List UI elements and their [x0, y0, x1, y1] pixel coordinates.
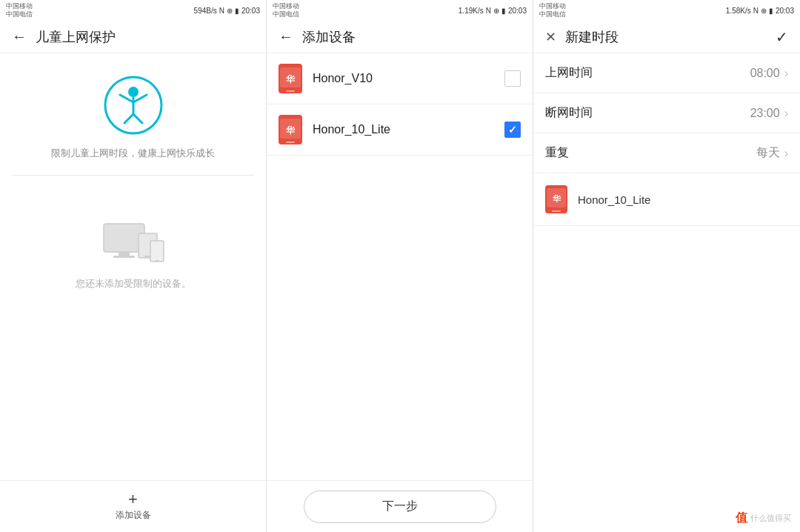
settings-list: 上网时间 08:00 › 断网时间 23:00 › 重复 每天 ›	[533, 53, 800, 226]
selected-device-entry: 华 Honor_10_Lite	[533, 173, 800, 226]
svg-rect-11	[286, 90, 295, 92]
status-icons-3: 1.58K/s N ⊕ ▮ 20:03	[726, 7, 794, 15]
svg-text:华: 华	[285, 125, 296, 136]
setting-label-online: 上网时间	[545, 65, 750, 81]
carrier-info-3: 中国移动 中国电信	[539, 2, 566, 19]
page-title-3: 新建时段	[565, 28, 776, 46]
arrow-icon-repeat: ›	[784, 147, 788, 160]
checkbox-device-1[interactable]	[504, 70, 521, 87]
watermark: 值 什么值得买	[736, 511, 791, 526]
setting-offline-time[interactable]: 断网时间 23:00 ›	[533, 93, 800, 133]
svg-rect-8	[155, 260, 159, 262]
setting-repeat[interactable]: 重复 每天 ›	[533, 133, 800, 173]
battery-icon-3: ▮	[769, 7, 773, 15]
nfc-icon-1: N	[219, 7, 224, 15]
carrier-info-1: 中国移动 中国电信	[6, 2, 33, 19]
bottom-bar-1: + 添加设备	[0, 480, 266, 532]
carrier-info-2: 中国移动 中国电信	[273, 2, 299, 19]
svg-rect-15	[286, 142, 295, 143]
add-device-label: 添加设备	[116, 509, 151, 522]
panel3-content: 上网时间 08:00 › 断网时间 23:00 › 重复 每天 ›	[533, 53, 800, 532]
svg-text:华: 华	[552, 194, 561, 203]
panel1-content: 限制儿童上网时段，健康上网快乐成长 您还未添加受限制的设备。	[0, 53, 266, 480]
speed-icon-1: 594B/s	[194, 7, 217, 15]
setting-value-repeat: 每天	[756, 145, 780, 161]
svg-point-1	[128, 87, 139, 97]
speed-icon-3: 1.58K/s	[726, 7, 751, 15]
svg-rect-3	[119, 252, 130, 256]
setting-value-online: 08:00	[750, 67, 780, 80]
bluetooth-icon-1: ⊕	[227, 7, 233, 15]
status-bar-1: 中国移动 中国电信 594B/s N ⊕ ▮ 20:03	[0, 0, 266, 21]
status-icons-2: 1.19K/s N ⊕ ▮ 20:03	[459, 7, 527, 15]
setting-label-offline: 断网时间	[545, 105, 750, 121]
child-protection-icon	[104, 76, 163, 135]
bottom-bar-2: 下一步	[267, 480, 533, 532]
time-3: 20:03	[776, 7, 794, 15]
setting-label-repeat: 重复	[545, 145, 756, 161]
svg-text:华: 华	[285, 74, 296, 84]
status-icons-1: 594B/s N ⊕ ▮ 20:03	[194, 7, 260, 15]
empty-state: 您还未添加受限制的设备。	[0, 176, 266, 305]
next-button[interactable]: 下一步	[304, 491, 496, 523]
checkbox-device-2[interactable]	[504, 122, 521, 138]
panel2-content: 华 Honor_V10 华 Honor_10_Lite	[267, 53, 533, 480]
speed-icon-2: 1.19K/s	[459, 7, 484, 15]
bluetooth-icon-3: ⊕	[761, 7, 767, 15]
svg-rect-7	[150, 241, 164, 262]
bluetooth-icon-2: ⊕	[493, 7, 499, 15]
panel-new-period: 中国移动 中国电信 1.58K/s N ⊕ ▮ 20:03 ✕ 新建时段 ✓ 上…	[533, 0, 800, 532]
device-phone-icon-2: 华	[279, 115, 302, 144]
svg-rect-19	[552, 210, 561, 212]
panel-add-device: 中国移动 中国电信 1.19K/s N ⊕ ▮ 20:03 ← 添加设备 华	[267, 0, 533, 532]
back-button-2[interactable]: ←	[279, 28, 293, 45]
selected-device-name: Honor_10_Lite	[578, 193, 650, 206]
setting-online-time[interactable]: 上网时间 08:00 ›	[533, 53, 800, 93]
svg-rect-4	[113, 256, 135, 258]
nfc-icon-2: N	[486, 7, 491, 15]
nfc-icon-3: N	[753, 7, 759, 15]
nav-bar-2: ← 添加设备	[267, 21, 533, 53]
nav-bar-1: ← 儿童上网保护	[0, 21, 266, 53]
device-name-2: Honor_10_Lite	[313, 123, 504, 136]
setting-value-offline: 23:00	[750, 107, 780, 120]
empty-devices-icon	[100, 220, 167, 268]
close-button-3[interactable]: ✕	[545, 29, 556, 45]
watermark-logo: 值	[736, 511, 747, 526]
arrow-icon-offline: ›	[784, 107, 788, 120]
hero-section: 限制儿童上网时段，健康上网快乐成长	[0, 53, 266, 175]
device-item-honor-v10[interactable]: 华 Honor_V10	[267, 53, 533, 104]
device-phone-icon-1: 华	[279, 64, 302, 93]
device-list: 华 Honor_V10 华 Honor_10_Lite	[267, 53, 533, 156]
device-item-honor-10-lite[interactable]: 华 Honor_10_Lite	[267, 104, 533, 156]
page-title-1: 儿童上网保护	[36, 28, 254, 46]
status-bar-2: 中国移动 中国电信 1.19K/s N ⊕ ▮ 20:03	[267, 0, 533, 21]
hero-subtitle: 限制儿童上网时段，健康上网快乐成长	[51, 147, 215, 160]
watermark-text: 什么值得买	[750, 513, 791, 524]
time-1: 20:03	[241, 7, 260, 15]
empty-text: 您还未添加受限制的设备。	[76, 277, 191, 290]
time-2: 20:03	[508, 7, 527, 15]
plus-icon: +	[128, 491, 138, 508]
add-device-button[interactable]: + 添加设备	[116, 491, 151, 522]
nav-bar-3: ✕ 新建时段 ✓	[533, 21, 800, 53]
battery-icon-1: ▮	[235, 7, 239, 15]
device-entry-icon: 华	[545, 185, 567, 213]
back-button-1[interactable]: ←	[12, 28, 27, 45]
confirm-button-3[interactable]: ✓	[776, 28, 788, 46]
panel-child-protection: 中国移动 中国电信 594B/s N ⊕ ▮ 20:03 ← 儿童上网保护	[0, 0, 267, 532]
status-bar-3: 中国移动 中国电信 1.58K/s N ⊕ ▮ 20:03	[533, 0, 800, 21]
battery-icon-2: ▮	[501, 7, 506, 15]
arrow-icon-online: ›	[784, 67, 788, 80]
device-name-1: Honor_V10	[313, 72, 504, 85]
page-title-2: 添加设备	[302, 28, 521, 46]
